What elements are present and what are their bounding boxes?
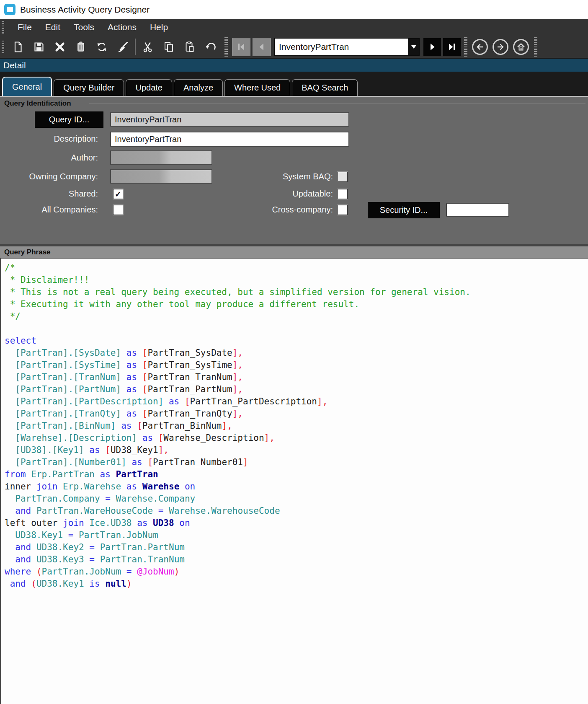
- clear-button[interactable]: [112, 37, 133, 57]
- query-id-button-label: Query ID...: [49, 115, 90, 124]
- system-baq-label: System BAQ:: [218, 169, 333, 184]
- description-label: Description:: [0, 132, 98, 146]
- code-line: and UD38.Key2 = PartTran.PartNum: [5, 541, 588, 554]
- home-icon: [516, 42, 526, 52]
- updatable-label: Updatable:: [218, 186, 333, 201]
- clear-brush-icon: [117, 41, 129, 53]
- toolbar-grip-handle[interactable]: [2, 41, 4, 53]
- author-field-redacted[interactable]: [110, 150, 212, 165]
- code-line: [PartTran].[SysDate] as [PartTran_SysDat…: [5, 347, 588, 359]
- title-bar: Business Activity Query Designer: [0, 0, 588, 19]
- undo-button[interactable]: [200, 37, 221, 57]
- menu-edit[interactable]: Edit: [45, 22, 60, 32]
- system-baq-checkbox[interactable]: [338, 172, 348, 182]
- new-button[interactable]: [8, 37, 28, 57]
- code-line: [PartTran].[PartNum] as [PartTran_PartNu…: [5, 383, 588, 396]
- security-id-button[interactable]: Security ID...: [368, 202, 440, 218]
- refresh-icon: [96, 41, 108, 53]
- updatable-checkbox[interactable]: [338, 189, 348, 199]
- tab-where-used[interactable]: Where Used: [224, 79, 290, 96]
- tab-update[interactable]: Update: [126, 79, 172, 96]
- tab-strip: General Query Builder Update Analyze Whe…: [0, 72, 588, 96]
- first-record-icon: [237, 42, 246, 52]
- toolbar-separator-dotted: [534, 37, 537, 57]
- code-line: where (PartTran.JobNum = @JobNum): [5, 566, 588, 578]
- print-button[interactable]: [70, 37, 91, 57]
- business-activity-query-designer-window: Business Activity Query Designer File Ed…: [0, 0, 588, 704]
- next-record-icon: [428, 42, 437, 52]
- cross-company-label: Cross-company:: [218, 202, 333, 217]
- menu-bar: File Edit Tools Actions Help: [0, 19, 588, 36]
- previous-record-icon: [257, 42, 266, 52]
- record-selector-dropdown-button[interactable]: [408, 39, 419, 55]
- groupbox-line: [89, 103, 585, 104]
- copy-button[interactable]: [158, 37, 179, 57]
- last-record-button[interactable]: [443, 38, 461, 56]
- query-phrase-title: Query Phrase: [4, 248, 51, 256]
- window-title: Business Activity Query Designer: [20, 5, 150, 15]
- home-button[interactable]: [513, 39, 529, 55]
- forward-button[interactable]: [493, 39, 508, 55]
- menu-file[interactable]: File: [18, 22, 32, 32]
- record-selector-value: InventoryPartTran: [275, 42, 408, 52]
- tab-query-builder[interactable]: Query Builder: [54, 79, 124, 96]
- code-line: inner join Erp.Warehse as Warehse on: [5, 481, 588, 493]
- tab-baq-search[interactable]: BAQ Search: [292, 79, 358, 96]
- code-line: from Erp.PartTran as PartTran: [5, 468, 588, 481]
- author-label: Author:: [0, 150, 98, 165]
- paste-button[interactable]: [179, 37, 200, 57]
- description-field[interactable]: InventoryPartTran: [110, 132, 349, 147]
- shared-label: Shared:: [0, 186, 98, 201]
- back-button[interactable]: [472, 39, 488, 55]
- delete-x-icon: [54, 41, 66, 53]
- code-line: [PartTran].[PartDescription] as [PartTra…: [5, 396, 588, 408]
- delete-button[interactable]: [49, 37, 70, 57]
- copy-icon: [163, 41, 175, 53]
- next-record-button[interactable]: [423, 38, 441, 56]
- code-line: [Warehse].[Description] as [Warehse_Desc…: [5, 432, 588, 444]
- cut-button[interactable]: [137, 37, 158, 57]
- chevron-down-icon: [411, 45, 416, 49]
- save-button[interactable]: [28, 37, 49, 57]
- code-line: PartTran.Company = Warehse.Company: [5, 493, 588, 505]
- code-line: [PartTran].[TranQty] as [PartTran_TranQt…: [5, 408, 588, 420]
- menubar-grip-handle[interactable]: [2, 21, 4, 34]
- back-arrow-icon: [475, 42, 485, 52]
- security-id-button-label: Security ID...: [380, 205, 428, 215]
- all-companies-checkbox[interactable]: [113, 205, 123, 215]
- shared-checkbox[interactable]: [113, 189, 123, 199]
- code-line: [PartTran].[Number01] as [PartTran_Numbe…: [5, 456, 588, 468]
- code-line: [5, 323, 588, 335]
- menu-help[interactable]: Help: [150, 22, 168, 32]
- security-id-field[interactable]: [446, 203, 509, 217]
- print-icon: [75, 41, 87, 53]
- query-id-field[interactable]: InventoryPartTran: [110, 112, 349, 127]
- application-icon: [4, 4, 15, 15]
- code-line: and PartTran.WareHouseCode = Warehse.War…: [5, 505, 588, 517]
- first-record-button[interactable]: [232, 38, 250, 56]
- forward-arrow-icon: [495, 42, 505, 52]
- cross-company-checkbox[interactable]: [338, 205, 348, 215]
- tab-general[interactable]: General: [2, 77, 52, 96]
- menu-actions[interactable]: Actions: [108, 22, 137, 32]
- menu-tools[interactable]: Tools: [74, 22, 94, 32]
- toolbar-separator-dotted: [224, 37, 228, 57]
- code-line: [PartTran].[TranNum] as [PartTran_TranNu…: [5, 371, 588, 383]
- code-line: left outer join Ice.UD38 as UD38 on: [5, 517, 588, 529]
- previous-record-button[interactable]: [253, 38, 271, 56]
- code-line: [PartTran].[SysTime] as [PartTran_SysTim…: [5, 359, 588, 371]
- query-id-button[interactable]: Query ID...: [35, 111, 103, 128]
- record-selector-combo[interactable]: InventoryPartTran: [274, 38, 420, 56]
- last-record-icon: [447, 42, 456, 52]
- save-icon: [33, 41, 45, 53]
- code-line: [PartTran].[BinNum] as [PartTran_BinNum]…: [5, 420, 588, 432]
- owning-company-field-redacted[interactable]: [110, 169, 212, 184]
- code-line: * Disclaimer!!!: [5, 274, 588, 286]
- code-line: * This is not a real query being execute…: [5, 286, 588, 298]
- detail-bar-label: Detail: [3, 60, 26, 70]
- all-companies-label: All Companies:: [0, 202, 98, 217]
- query-phrase-editor[interactable]: /* * Disclaimer!!! * This is not a real …: [0, 258, 588, 704]
- refresh-button[interactable]: [91, 37, 112, 57]
- owning-company-label: Owning Company:: [0, 169, 98, 184]
- tab-analyze[interactable]: Analyze: [174, 79, 223, 96]
